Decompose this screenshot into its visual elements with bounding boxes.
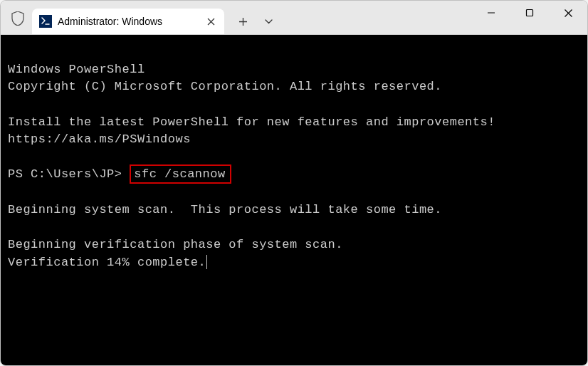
new-tab-button[interactable] (230, 10, 256, 33)
admin-shield-icon (8, 7, 28, 30)
tab-title: Administrator: Windows (58, 16, 199, 27)
tab-close-button[interactable] (204, 15, 217, 28)
maximize-button[interactable] (510, 0, 549, 26)
terminal-text-line: Verification 14% complete. (8, 256, 207, 269)
terminal-body[interactable]: Windows PowerShell Copyright (C) Microso… (1, 35, 587, 365)
terminal-text-line: https://aka.ms/PSWindows (8, 132, 191, 146)
window-controls (472, 0, 587, 34)
terminal-text-line: Windows PowerShell (8, 63, 145, 76)
terminal-text-line: Install the latest PowerShell for new fe… (8, 115, 495, 129)
close-window-button[interactable] (549, 0, 587, 26)
command-highlight: sfc /scannow (130, 164, 231, 184)
titlebar: Administrator: Windows (1, 1, 587, 35)
terminal-text-line: Beginning system scan. This process will… (8, 203, 442, 216)
svg-rect-6 (527, 10, 533, 16)
tab-dropdown-button[interactable] (256, 10, 281, 33)
powershell-icon (39, 15, 52, 28)
terminal-text-line: Copyright (C) Microsoft Corporation. All… (8, 80, 442, 93)
powershell-window: Administrator: Windows (0, 0, 588, 366)
terminal-text-line: Beginning verification phase of system s… (8, 238, 343, 251)
minimize-button[interactable] (472, 0, 510, 26)
tab-actions (230, 9, 281, 34)
prompt-text: PS C:\Users\JP> (8, 167, 130, 181)
prompt-line: PS C:\Users\JP> sfc /scannow (8, 164, 231, 184)
progress-text: Verification 14% complete. (8, 256, 206, 269)
terminal-cursor (206, 255, 207, 269)
tab-powershell[interactable]: Administrator: Windows (32, 9, 224, 34)
